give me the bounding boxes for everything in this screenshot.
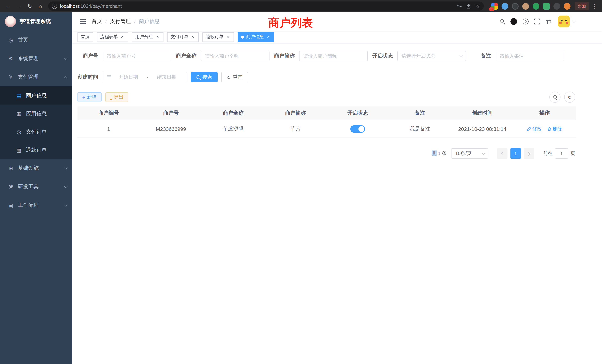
extension-icon-green-square[interactable]: [543, 3, 550, 10]
password-key-icon[interactable]: [456, 3, 462, 9]
sidebar-logo[interactable]: 芋道管理系统: [0, 12, 72, 31]
sidebar-item-dev-tools[interactable]: ⚒ 研发工具: [0, 178, 72, 196]
site-info-icon[interactable]: i: [52, 3, 57, 9]
edit-icon: [527, 127, 531, 131]
sidebar-item-infrastructure[interactable]: ⊞ 基础设施: [0, 159, 72, 178]
chevron-down-icon: [460, 54, 463, 57]
close-icon[interactable]: ×: [155, 34, 160, 40]
next-page-button[interactable]: [524, 148, 534, 159]
extension-icon-blue[interactable]: [502, 3, 508, 10]
page-content: 商户号 商户全称 商户简称 开启状态 请选择开启状态: [72, 43, 602, 364]
browser-back-button[interactable]: ←: [4, 2, 13, 11]
edit-button[interactable]: 修改: [527, 126, 542, 132]
date-range-picker[interactable]: 开始日期 - 结束日期: [103, 72, 187, 82]
add-button[interactable]: + 新增: [77, 92, 101, 102]
sidebar-item-pay-order[interactable]: ◎ 支付订单: [0, 123, 72, 141]
button-label: 修改: [532, 126, 542, 132]
search-button[interactable]: 搜索: [191, 72, 218, 82]
header-search-icon[interactable]: [500, 19, 505, 24]
extension-icon-grid[interactable]: 10: [491, 3, 498, 10]
delete-button[interactable]: 删除: [547, 126, 562, 132]
toggle-search-button[interactable]: [549, 92, 560, 103]
screen: ← → ↻ ⌂ i localhost:1024/pay/merchant ☆ …: [0, 0, 602, 364]
tab-merchant-info[interactable]: 商户信息×: [238, 32, 274, 42]
extension-icon-green-circle[interactable]: [533, 3, 539, 10]
sidebar-item-system[interactable]: ⚙ 系统管理: [0, 49, 72, 68]
browser-menu-icon[interactable]: ⋮: [592, 3, 598, 10]
font-size-icon[interactable]: TT: [546, 18, 551, 25]
tab-refund-order[interactable]: 退款订单×: [202, 32, 234, 42]
help-icon[interactable]: ?: [523, 19, 529, 24]
close-icon[interactable]: ×: [266, 34, 271, 40]
sidebar-item-payment[interactable]: ¥ 支付管理: [0, 68, 72, 86]
tab-label: 退款订单: [206, 34, 224, 40]
sidebar-item-label: 系统管理: [18, 55, 64, 62]
extension-icon-avatar[interactable]: [522, 3, 529, 10]
pagination-total: 共 1 条: [432, 150, 447, 157]
refresh-table-button[interactable]: ↻: [564, 92, 575, 103]
font-size-big: T: [546, 18, 549, 25]
sidebar-item-refund-order[interactable]: ▧ 退款订单: [0, 141, 72, 159]
sidebar-item-label: 应用信息: [26, 110, 67, 117]
bookmark-star-icon[interactable]: ☆: [475, 3, 480, 9]
merchant-no-input[interactable]: [103, 51, 171, 61]
caret-down-icon[interactable]: [572, 19, 576, 23]
close-icon[interactable]: ×: [225, 34, 231, 40]
bank-card-icon: ▤: [16, 93, 22, 98]
tab-user-group[interactable]: 用户分组×: [132, 32, 163, 42]
remark-input[interactable]: [496, 51, 564, 61]
url-text[interactable]: localhost:1024/pay/merchant: [60, 3, 122, 9]
export-button[interactable]: ↓ 导出: [105, 92, 128, 102]
trash-icon: [547, 127, 552, 131]
tab-home[interactable]: 首页: [77, 32, 93, 42]
page-size-select[interactable]: 10条/页: [451, 148, 488, 159]
extension-icon-orange[interactable]: [564, 3, 570, 10]
filter-row-2: 创建时间 开始日期 - 结束日期 搜索 ↻ 重置: [77, 72, 575, 82]
refresh-icon: ↻: [568, 95, 572, 99]
close-icon[interactable]: ×: [120, 34, 125, 40]
filter-short-name: 商户简称: [274, 51, 368, 61]
github-icon[interactable]: [511, 18, 517, 25]
date-end-placeholder: 结束日期: [150, 74, 183, 80]
hamburger-icon[interactable]: [80, 19, 86, 24]
sidebar-item-workflow[interactable]: ▣ 工作流程: [0, 196, 72, 215]
prev-page-button[interactable]: [497, 148, 507, 159]
download-icon: ↓: [110, 95, 112, 99]
field-label: 商户简称: [274, 53, 299, 59]
share-icon[interactable]: [466, 3, 471, 9]
address-bar[interactable]: i localhost:1024/pay/merchant ☆: [48, 1, 484, 11]
goto-page-input[interactable]: [555, 148, 568, 159]
sidebar-item-home[interactable]: ◷ 首页: [0, 31, 72, 49]
table-body: 1 M233666999 芋道源码 芋艿 我是备注 2021-10-23 08:…: [77, 120, 576, 138]
breadcrumb-payment[interactable]: 支付管理: [110, 18, 131, 25]
short-name-input[interactable]: [299, 51, 368, 61]
calendar-icon: [106, 75, 112, 80]
browser-reload-button[interactable]: ↻: [25, 2, 34, 11]
column-header: 商户号: [140, 106, 202, 120]
breadcrumb-separator: /: [105, 19, 107, 24]
extensions-area: 10: [487, 3, 570, 10]
user-avatar[interactable]: [558, 16, 570, 27]
search-icon: [553, 95, 557, 99]
browser-update-button[interactable]: 更新: [575, 2, 589, 10]
extension-icon-dark[interactable]: [512, 3, 519, 10]
tab-process-form[interactable]: 流程表单×: [97, 32, 128, 42]
full-name-input[interactable]: [201, 51, 269, 61]
tab-pay-order[interactable]: 支付订单×: [167, 32, 199, 42]
close-icon[interactable]: ×: [190, 34, 195, 40]
plus-icon: +: [82, 95, 85, 99]
breadcrumb-home[interactable]: 首页: [92, 18, 102, 25]
extension-icon-pin[interactable]: [553, 3, 560, 10]
sidebar-item-app-info[interactable]: ▦ 应用信息: [0, 105, 72, 123]
fullscreen-icon[interactable]: [534, 19, 540, 24]
reset-button[interactable]: ↻ 重置: [221, 72, 248, 82]
browser-forward-button[interactable]: →: [14, 2, 23, 11]
status-select[interactable]: 请选择开启状态: [397, 51, 466, 61]
page-1-button[interactable]: 1: [510, 148, 521, 159]
status-toggle[interactable]: [350, 125, 365, 132]
sidebar-item-label: 商户信息: [26, 92, 67, 99]
sidebar-item-merchant-info[interactable]: ▤ 商户信息: [0, 86, 72, 105]
browser-home-button[interactable]: ⌂: [36, 2, 45, 11]
tab-label: 支付订单: [171, 34, 188, 40]
dashboard-icon: ◷: [7, 37, 14, 43]
